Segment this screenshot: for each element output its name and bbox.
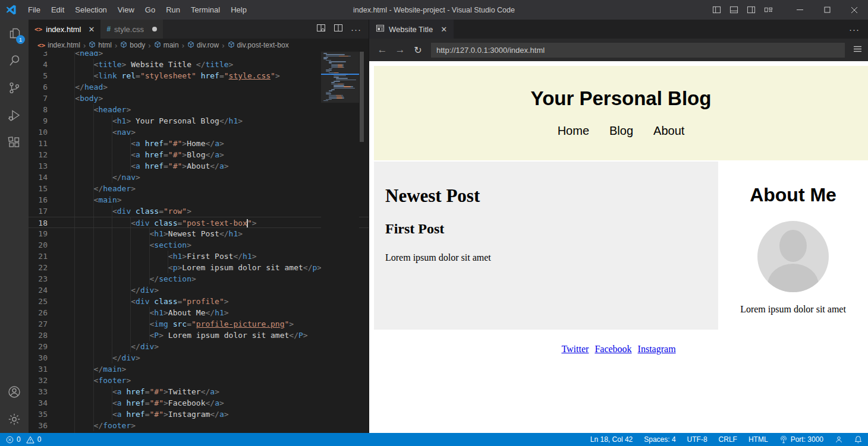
code-line[interactable]: 35<a href="#">Instagram</a> <box>29 409 369 420</box>
site-nav-link-about[interactable]: About <box>653 124 684 137</box>
code-line[interactable]: 15</header> <box>29 183 369 194</box>
minimize-button[interactable] <box>786 0 813 20</box>
live-server-port[interactable]: Port: 3000 <box>779 435 823 444</box>
editor-scrollbar[interactable] <box>359 52 364 433</box>
code-line[interactable]: 36</footer> <box>29 420 369 431</box>
code-line[interactable]: 24</div> <box>29 284 369 296</box>
menu-item-help[interactable]: Help <box>225 0 252 20</box>
code-line[interactable]: 8<header> <box>29 104 369 115</box>
url-input[interactable] <box>431 43 845 58</box>
problems-indicator[interactable]: 0 0 <box>6 435 41 444</box>
code-line[interactable]: 29</div> <box>29 341 369 352</box>
code-line[interactable]: 17<div class="row"> <box>29 205 369 217</box>
toggle-secondary-sidebar-icon[interactable] <box>747 5 756 14</box>
code-line[interactable]: 18<div class="post-text-box"> <box>29 217 369 228</box>
site-footer-link-instagram[interactable]: Instagram <box>638 344 676 354</box>
encoding[interactable]: UTF-8 <box>687 435 707 444</box>
code-line[interactable]: 34<a href="#">Facebook</a> <box>29 397 369 409</box>
feedback-icon[interactable] <box>835 435 843 444</box>
code-line[interactable]: 9<h1> Your Personal Blog</h1> <box>29 115 369 126</box>
code-line[interactable]: 28<P> Lorem ipsum dolor sit amet</P> <box>29 330 369 341</box>
cursor-position[interactable]: Ln 18, Col 42 <box>590 435 633 444</box>
code-line[interactable]: 25<div class="profile"> <box>29 296 369 307</box>
toggle-panel-icon[interactable] <box>729 5 738 14</box>
breadcrumb-item-index.html[interactable]: <>index.html <box>37 41 80 49</box>
site-footer-link-twitter[interactable]: Twitter <box>561 344 589 354</box>
eol-sequence[interactable]: CRLF <box>719 435 737 444</box>
code-line[interactable]: 19<h1>Newest Post</h1> <box>29 228 369 239</box>
minimap[interactable] <box>321 52 359 433</box>
breadcrumb-item-div.post-text-box[interactable]: div.post-text-box <box>228 41 289 50</box>
browser-menu-icon[interactable] <box>853 45 862 55</box>
run-debug-icon[interactable] <box>0 102 29 129</box>
code-line[interactable]: 5<link rel="stylesheet" href="style.css"… <box>29 70 369 81</box>
code-line[interactable]: 10<nav> <box>29 126 369 138</box>
site-nav-link-home[interactable]: Home <box>558 124 589 137</box>
code-line[interactable]: 11<a href="#">Home</a> <box>29 138 369 149</box>
code-line[interactable]: 32<footer> <box>29 375 369 386</box>
code-line[interactable]: 30</div> <box>29 352 369 363</box>
menu-item-file[interactable]: File <box>23 0 46 20</box>
breadcrumb[interactable]: <>index.html›html›body›main›div.row›div.… <box>29 39 369 52</box>
editor-more-actions-icon[interactable]: ··· <box>351 24 361 34</box>
breadcrumb-item-html[interactable]: html <box>89 41 112 50</box>
indent-guides <box>56 352 112 363</box>
code-line[interactable]: 20<section> <box>29 239 369 251</box>
panel-more-actions-icon[interactable]: ··· <box>849 24 860 34</box>
code-line[interactable]: 27<img src="profile-picture.png"> <box>29 318 369 330</box>
code-line[interactable]: 16<main> <box>29 194 369 205</box>
site-nav-link-blog[interactable]: Blog <box>609 124 633 137</box>
indentation[interactable]: Spaces: 4 <box>644 435 675 444</box>
breadcrumb-item-body[interactable]: body <box>120 41 145 50</box>
code-line[interactable]: 23</section> <box>29 273 369 284</box>
menu-item-go[interactable]: Go <box>140 0 161 20</box>
code-line[interactable]: 3<head> <box>29 52 369 59</box>
breadcrumb-item-div.row[interactable]: div.row <box>187 41 219 50</box>
editor-group: <>index.html✕#style.css ··· <>index.html… <box>29 20 369 433</box>
code-line[interactable]: 14</nav> <box>29 172 369 183</box>
language-mode[interactable]: HTML <box>749 435 768 444</box>
settings-gear-icon[interactable] <box>0 406 29 433</box>
menu-item-edit[interactable]: Edit <box>46 0 70 20</box>
breadcrumb-item-main[interactable]: main <box>154 41 179 50</box>
notifications-bell-icon[interactable] <box>854 435 862 444</box>
code-line[interactable]: 4<title> Website Title </title> <box>29 59 369 70</box>
menu-item-selection[interactable]: Selection <box>70 0 112 20</box>
forward-icon[interactable]: → <box>393 44 407 56</box>
back-icon[interactable]: ← <box>375 44 389 56</box>
tab-index.html[interactable]: <>index.html✕ <box>29 20 100 39</box>
menu-item-view[interactable]: View <box>112 0 140 20</box>
explorer-icon[interactable]: 1 <box>0 20 29 47</box>
browser-tab-close-icon[interactable]: ✕ <box>441 25 447 34</box>
code-line[interactable]: 6</head> <box>29 81 369 93</box>
close-window-button[interactable] <box>841 0 868 20</box>
code-line[interactable]: 13<a href="#">About</a> <box>29 160 369 172</box>
customize-layout-icon[interactable] <box>764 5 773 14</box>
browser-tab[interactable]: Website Title ✕ <box>369 20 454 39</box>
code-line[interactable]: 7<body> <box>29 93 369 104</box>
code-line[interactable]: 22<p>Lorem ipsum dolor sit amet</p> <box>29 262 369 273</box>
site-footer-link-facebook[interactable]: Facebook <box>595 344 631 354</box>
source-control-icon[interactable] <box>0 74 29 102</box>
code-line[interactable]: 26<h1>About Me</h1> <box>29 307 369 318</box>
tab-close-icon[interactable]: ✕ <box>89 25 95 34</box>
reload-icon[interactable]: ↻ <box>411 45 425 56</box>
split-editor-icon[interactable] <box>334 23 343 35</box>
accounts-icon[interactable] <box>0 378 29 406</box>
code-line[interactable]: 21<h1>First Post</h1> <box>29 251 369 262</box>
activity-bar: 1 <box>0 20 29 433</box>
menu-item-terminal[interactable]: Terminal <box>185 0 225 20</box>
search-icon[interactable] <box>0 47 29 74</box>
toggle-sidebar-icon[interactable] <box>712 5 721 14</box>
menu-item-run[interactable]: Run <box>161 0 185 20</box>
code-editor[interactable]: 3<head>4<title> Website Title </title>5<… <box>29 52 369 433</box>
symbol-icon <box>89 41 96 50</box>
code-line[interactable]: 33<a href="#">Twitter</a> <box>29 386 369 397</box>
code-line[interactable]: 12<a href="#">Blog</a> <box>29 149 369 160</box>
extensions-icon[interactable] <box>0 129 29 156</box>
tab-style.css[interactable]: #style.css <box>100 20 163 39</box>
open-preview-icon[interactable] <box>316 23 326 35</box>
profile-title: About Me <box>718 184 868 206</box>
maximize-button[interactable] <box>813 0 841 20</box>
code-line[interactable]: 31</main> <box>29 363 369 375</box>
